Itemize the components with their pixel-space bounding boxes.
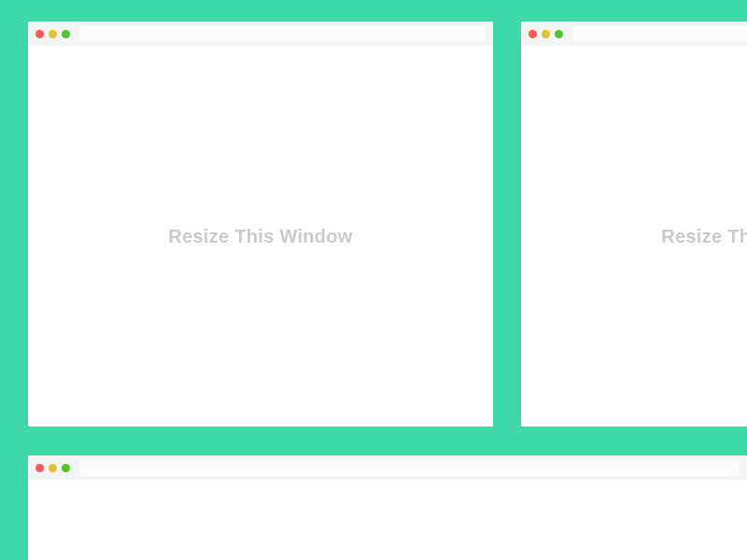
- content-message: Resize This Window: [168, 226, 352, 247]
- window-content: [28, 480, 747, 560]
- address-bar[interactable]: [80, 460, 740, 476]
- maximize-icon[interactable]: [555, 30, 563, 38]
- maximize-icon[interactable]: [62, 30, 70, 38]
- minimize-icon[interactable]: [49, 464, 57, 472]
- window-titlebar[interactable]: [28, 21, 493, 46]
- content-message: Resize This Window: [661, 226, 747, 247]
- browser-window[interactable]: Resize This Window: [521, 21, 747, 427]
- browser-window[interactable]: [28, 455, 747, 560]
- address-bar[interactable]: [80, 26, 486, 42]
- minimize-icon[interactable]: [49, 30, 57, 38]
- browser-window[interactable]: Resize This Window: [28, 21, 493, 427]
- address-bar[interactable]: [573, 26, 747, 42]
- maximize-icon[interactable]: [62, 464, 70, 472]
- window-titlebar[interactable]: [521, 21, 747, 46]
- minimize-icon[interactable]: [542, 30, 550, 38]
- close-icon[interactable]: [529, 30, 537, 38]
- close-icon[interactable]: [35, 30, 44, 38]
- window-content: Resize This Window: [28, 46, 493, 427]
- window-titlebar[interactable]: [28, 455, 747, 480]
- window-content: Resize This Window: [521, 46, 747, 427]
- close-icon[interactable]: [35, 464, 44, 472]
